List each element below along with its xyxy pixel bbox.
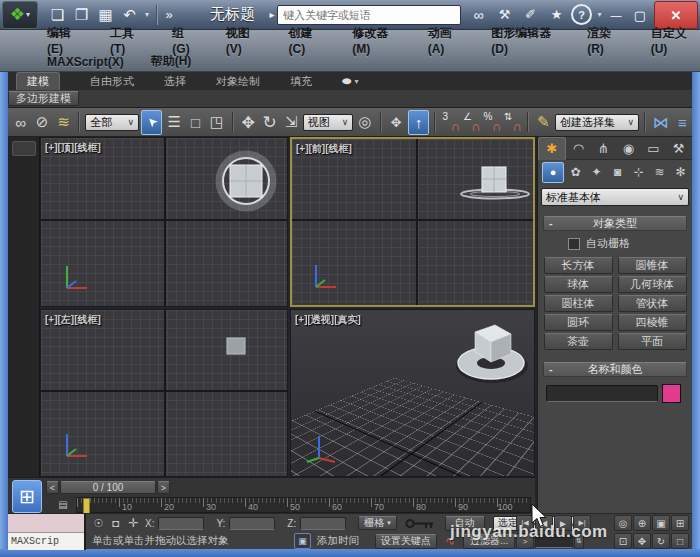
angle-snap-button[interactable]: ∠ ∩ [462,111,481,133]
viewport-left-label[interactable]: [+][左][线框] [45,313,101,327]
add-time-tag[interactable]: 添加时间 [317,534,359,548]
auto-key-button[interactable]: 自动 [445,516,485,531]
viewport-top[interactable]: [+][顶][线框] [40,137,288,307]
menu-modifiers[interactable]: 修改器(M) [350,25,403,56]
percent-snap-button[interactable]: % ∩ [482,111,501,133]
reference-coordinate-dropdown[interactable]: 视图 ∨ [303,114,353,131]
primitive-sphere-button[interactable]: 球体 [544,276,613,293]
zoom-button[interactable]: ◎ [614,515,632,531]
select-by-name-button[interactable]: ☰ [164,111,183,134]
viewport-left[interactable]: [+][左][线框] [40,309,288,477]
layout-tab-notch[interactable] [12,141,36,156]
viewport-perspective-label[interactable]: [+][透视][真实] [295,313,361,327]
communication-center-button[interactable]: ✐ [519,3,542,26]
ribbon-tab-selection[interactable]: 选择 [164,74,186,89]
ribbon-tab-object-paint[interactable]: 对象绘制 [216,74,260,89]
edit-named-selection-sets-button[interactable]: ✎ [534,111,553,134]
use-center-flyout-button[interactable]: ↑ [408,110,429,135]
key-icon[interactable] [405,517,435,530]
zoom-extents-button[interactable]: ▣ [652,515,670,531]
category-lights-button[interactable]: ✦ [587,163,606,182]
category-cameras-button[interactable]: ◙ [608,163,627,182]
undo-caret-button[interactable]: ▾ [142,4,152,26]
polygon-modeling-panel-button[interactable]: 多边形建模 [8,91,79,106]
cube-left-view[interactable] [221,332,261,362]
current-frame-field[interactable] [535,534,573,548]
menu-animation[interactable]: 动画(A) [426,25,467,56]
autogrid-checkbox[interactable] [568,238,580,250]
category-geometry-button[interactable]: ● [542,162,564,183]
frame-indicator[interactable]: 0 / 100 [60,481,156,494]
menu-help[interactable]: 帮助(H) [149,53,194,70]
help-button[interactable]: ? [571,4,592,25]
select-and-rotate-button[interactable]: ↻ [260,111,279,134]
zoom-region-button[interactable]: ⊡ [614,533,632,549]
primitive-tube-button[interactable]: 管状体 [618,295,687,312]
tab-motion[interactable]: ◉ [616,137,641,159]
object-type-rollout-header[interactable]: - 对象类型 [543,216,687,231]
key-filters-button[interactable]: 过滤器... [463,534,515,549]
viewport-top-label[interactable]: [+][顶][线框] [45,141,101,155]
menu-views[interactable]: 视图(V) [224,25,264,56]
key-mode-toggle-button[interactable]: > [516,533,534,549]
ribbon-tab-freeform[interactable]: 自由形式 [90,74,134,89]
primitive-geosphere-button[interactable]: 几何球体 [618,276,687,293]
selection-filter-dropdown[interactable]: 全部 ∨ [85,114,139,131]
time-slider[interactable]: < 0 / 100 > [46,481,170,494]
primitive-torus-button[interactable]: 圆环 [544,314,613,331]
primitive-cone-button[interactable]: 圆锥体 [618,257,687,274]
menu-group[interactable]: 组(G) [170,25,200,56]
snap-toggle-3d-button[interactable]: 3 ∩ [441,111,460,133]
zoom-extents-all-button[interactable]: ⊞ [671,515,689,531]
primitive-cylinder-button[interactable]: 圆柱体 [544,295,613,312]
named-selection-sets-dropdown[interactable]: 创建选择集 ∨ [555,114,639,131]
subscription-button[interactable]: ⚒ [493,3,516,26]
primitive-pyramid-button[interactable]: 四棱锥 [618,314,687,331]
search-communication-button[interactable]: ∞ [467,3,490,26]
maximize-viewport-toggle[interactable]: □ [671,533,689,549]
frame-forward-button[interactable]: > [157,481,170,494]
bind-to-space-warp-button[interactable]: ≋ [54,111,73,134]
favorites-button[interactable]: ★ [545,3,568,26]
listener-macro-row[interactable] [8,514,84,533]
time-slider-handle[interactable] [83,498,90,514]
menu-graph-editors[interactable]: 图形编辑器(D) [489,25,562,56]
select-and-link-button[interactable]: ∞ [11,111,30,134]
window-crossing-button[interactable]: ◳ [207,111,226,134]
set-key-button[interactable]: 设置关键点 [375,534,437,549]
new-file-button[interactable]: ❏ [46,3,69,26]
select-and-scale-button[interactable]: ⇲ [281,111,300,134]
rectangular-selection-region-button[interactable]: □ [186,111,205,134]
category-shapes-button[interactable]: ✿ [566,163,585,182]
tab-utilities[interactable]: ⚒ [666,137,691,159]
name-color-rollout-header[interactable]: - 名称和颜色 [543,362,687,377]
open-file-button[interactable]: ❐ [70,3,93,26]
help-caret-button[interactable]: ▾ [595,10,604,19]
selection-lock-toggle[interactable]: ◘ [109,517,122,529]
tab-create[interactable]: ✱ [538,137,566,160]
object-color-swatch[interactable] [662,384,681,403]
isolate-button[interactable]: ▣ [294,533,311,549]
menu-maxscript[interactable]: MAXScript(X) [45,55,126,69]
viewport-layout-button[interactable]: ⊞ [12,480,42,513]
pan-button[interactable]: ✥ [633,533,651,549]
menu-rendering[interactable]: 渲染(R) [585,25,626,56]
torus-cube-front-view[interactable] [455,159,535,204]
search-go-button[interactable]: ▸ [267,9,277,20]
zoom-all-button[interactable]: ⊕ [633,515,651,531]
maxscript-mini-listener[interactable]: MAXScrip [8,514,86,550]
x-coordinate-field[interactable] [158,517,204,530]
ribbon-tab-populate[interactable]: 填充 [290,74,312,89]
viewport-front-label[interactable]: [+][前][线框] [296,142,352,156]
category-space-warps-button[interactable]: ≋ [650,163,669,182]
absolute-mode-toggle[interactable]: ✛ [126,516,141,530]
orbit-button[interactable]: ↻ [652,533,670,549]
select-and-manipulate-button[interactable]: ✥ [387,111,406,134]
category-systems-button[interactable]: ✻ [671,163,690,182]
minimize-button[interactable]: — [604,5,628,25]
primitive-plane-button[interactable]: 平面 [618,333,687,350]
tab-modify[interactable]: ◠ [566,137,591,159]
z-coordinate-field[interactable] [300,517,346,530]
ribbon-options-button[interactable]: ⬬ ▾ [342,75,358,88]
torus-cube-top-view[interactable] [201,141,288,221]
